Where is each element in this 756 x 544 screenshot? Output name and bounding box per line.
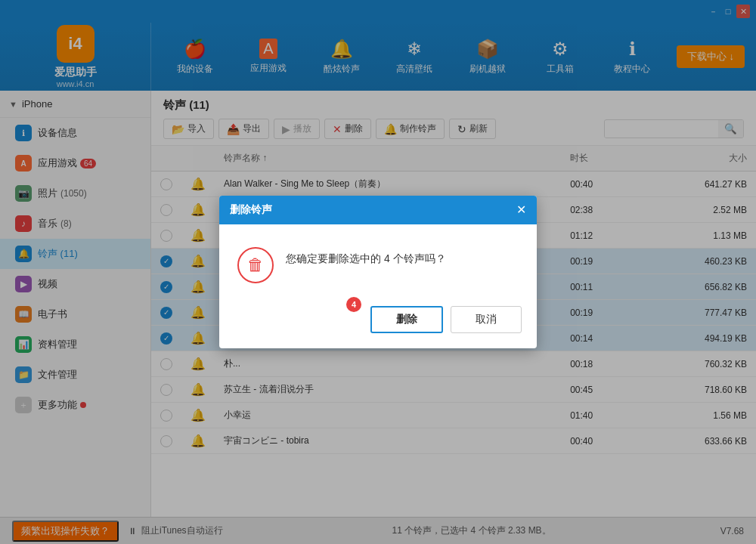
modal-close-button[interactable]: ✕ (516, 204, 526, 216)
modal-footer: 删除 4 取消 (219, 298, 537, 348)
cancel-delete-button[interactable]: 取消 (451, 306, 522, 333)
trash-icon: 🗑 (237, 247, 274, 283)
delete-count-badge: 4 (346, 297, 361, 312)
modal-overlay: 删除铃声 ✕ 🗑 您确定要删除选中的 4 个铃声吗？ 删除 4 取消 (0, 0, 756, 544)
confirm-delete-button[interactable]: 删除 (370, 306, 443, 333)
modal-title: 删除铃声 (230, 203, 272, 217)
modal-body: 🗑 您确定要删除选中的 4 个铃声吗？ (219, 224, 537, 298)
modal-header: 删除铃声 ✕ (219, 196, 537, 224)
delete-modal: 删除铃声 ✕ 🗑 您确定要删除选中的 4 个铃声吗？ 删除 4 取消 (219, 196, 537, 348)
modal-message: 您确定要删除选中的 4 个铃声吗？ (286, 246, 446, 267)
